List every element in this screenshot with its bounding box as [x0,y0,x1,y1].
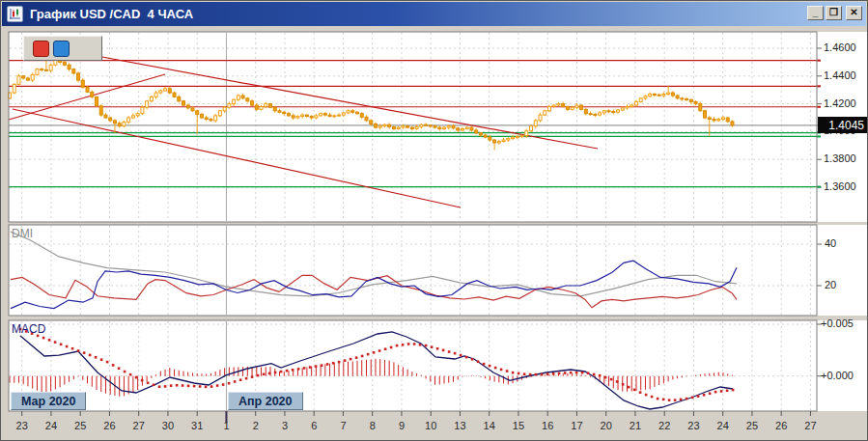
month-label-apr: Апр 2020 [228,392,303,410]
chart-window: График USD /CAD 4 ЧАСА _ ❐ ✕ 1.46001.440… [0,0,868,441]
blue-marker-button[interactable] [53,41,70,57]
red-marker-button[interactable] [33,41,49,57]
chart-toolbar [23,36,102,61]
current-price-tag: 1.4045 [818,117,868,133]
chart-canvas[interactable] [1,1,868,441]
month-label-mar: Мар 2020 [11,392,86,410]
